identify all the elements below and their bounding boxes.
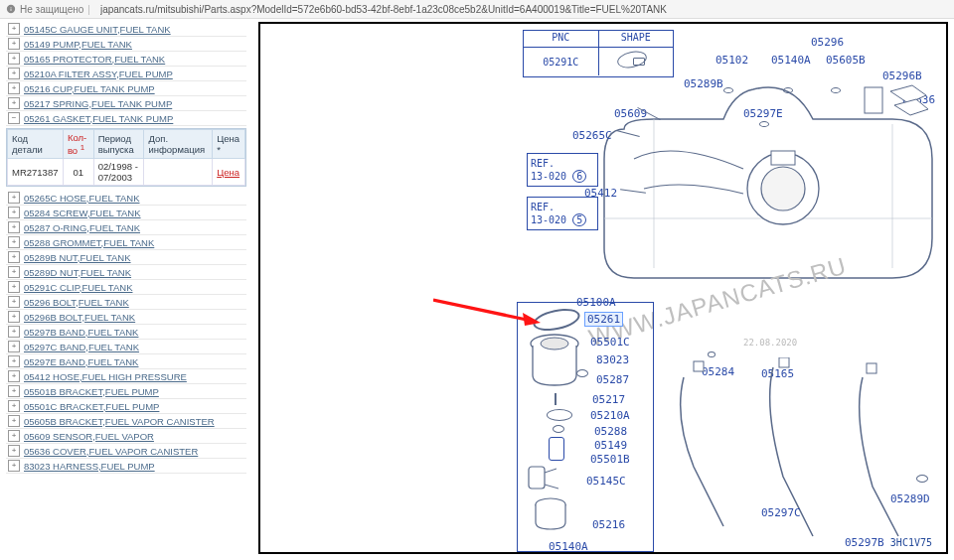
- part-link[interactable]: 05297E BAND,FUEL TANK: [24, 356, 138, 367]
- part-link[interactable]: 83023 HARNESS,FUEL PUMP: [24, 461, 155, 472]
- plus-icon[interactable]: +: [8, 385, 20, 397]
- plus-icon[interactable]: +: [8, 97, 20, 109]
- part-link[interactable]: 05296 BOLT,FUEL TANK: [24, 297, 129, 308]
- part-row[interactable]: +05501B BRACKET,FUEL PUMP: [6, 384, 246, 399]
- part-row[interactable]: +05149 PUMP,FUEL TANK: [6, 37, 246, 52]
- part-link[interactable]: 05210A FILTER ASSY,FUEL PUMP: [24, 69, 173, 79]
- part-link[interactable]: 05412 HOSE,FUEL HIGH PRESSURE: [24, 371, 187, 382]
- plus-icon[interactable]: +: [8, 311, 20, 323]
- part-row[interactable]: +05265C HOSE,FUEL TANK: [6, 191, 246, 206]
- plus-icon[interactable]: +: [8, 23, 20, 35]
- part-link[interactable]: 05149 PUMP,FUEL TANK: [24, 39, 132, 50]
- browser-url-bar: Не защищено | japancats.ru/mitsubishi/Pa…: [0, 0, 954, 19]
- plus-icon[interactable]: +: [8, 326, 20, 338]
- lbl-83023: 83023: [596, 353, 629, 366]
- plus-icon[interactable]: +: [8, 266, 20, 278]
- part-link[interactable]: 05165 PROTECTOR,FUEL TANK: [24, 54, 165, 65]
- cell-qty: 01: [63, 159, 93, 186]
- plus-icon[interactable]: +: [8, 370, 20, 382]
- part-row[interactable]: +05145C GAUGE UNIT,FUEL TANK: [6, 22, 246, 37]
- plus-icon[interactable]: +: [8, 341, 20, 352]
- plus-icon[interactable]: +: [8, 400, 20, 412]
- lbl-05289D: 05289D: [890, 492, 930, 505]
- plus-icon[interactable]: +: [8, 236, 20, 248]
- part-link[interactable]: 05288 GROMMET,FUEL TANK: [24, 237, 154, 248]
- col-part[interactable]: Код детали: [8, 130, 64, 159]
- part-row[interactable]: +05297E BAND,FUEL TANK: [6, 354, 246, 369]
- plus-icon[interactable]: +: [8, 68, 20, 79]
- minus-icon[interactable]: −: [8, 112, 20, 124]
- part-row[interactable]: +05412 HOSE,FUEL HIGH PRESSURE: [6, 369, 246, 384]
- part-link[interactable]: 05297B BAND,FUEL TANK: [24, 327, 138, 338]
- part-row[interactable]: +05288 GROMMET,FUEL TANK: [6, 235, 246, 250]
- col-info[interactable]: Доп. информация: [144, 130, 213, 159]
- part-row[interactable]: +05217 SPRING,FUEL TANK PUMP: [6, 96, 246, 111]
- plus-icon[interactable]: +: [8, 251, 20, 263]
- plus-icon[interactable]: +: [8, 355, 20, 367]
- col-qty[interactable]: Кол-во 1: [63, 130, 93, 159]
- part-link[interactable]: 05605B BRACKET,FUEL VAPOR CANISTER: [24, 416, 215, 427]
- part-row[interactable]: +05609 SENSOR,FUEL VAPOR: [6, 429, 246, 444]
- plus-icon[interactable]: +: [8, 415, 20, 427]
- plus-icon[interactable]: +: [8, 38, 20, 50]
- plus-icon[interactable]: +: [8, 445, 20, 457]
- part-link[interactable]: 05265C HOSE,FUEL TANK: [24, 193, 140, 204]
- part-row[interactable]: +05296 BOLT,FUEL TANK: [6, 295, 246, 310]
- plus-icon[interactable]: +: [8, 53, 20, 65]
- part-row[interactable]: −05261 GASKET,FUEL TANK PUMP: [6, 111, 246, 126]
- plus-icon[interactable]: +: [8, 192, 20, 204]
- plus-icon[interactable]: +: [8, 82, 20, 94]
- part-row[interactable]: +05216 CUP,FUEL TANK PUMP: [6, 81, 246, 96]
- part-link[interactable]: 05501B BRACKET,FUEL PUMP: [24, 386, 159, 397]
- lbl-05289B: 05289B: [684, 77, 723, 90]
- part-link[interactable]: 05145C GAUGE UNIT,FUEL TANK: [24, 24, 171, 35]
- part-row[interactable]: +05291C CLIP,FUEL TANK: [6, 280, 246, 295]
- plus-icon[interactable]: +: [8, 460, 20, 472]
- plus-icon[interactable]: +: [8, 281, 20, 293]
- part-row[interactable]: +05210A FILTER ASSY,FUEL PUMP: [6, 67, 246, 81]
- part-row[interactable]: +05636 COVER,FUEL VAPOR CANISTER: [6, 444, 246, 459]
- plus-icon[interactable]: +: [8, 207, 20, 218]
- lbl-05261[interactable]: 05261: [584, 312, 623, 327]
- part-row[interactable]: +05501C BRACKET,FUEL PUMP: [6, 399, 246, 414]
- diagram-panel: PNC SHAPE 05291C REF. 13-020 6 REF. 13-0…: [258, 22, 948, 554]
- plus-icon[interactable]: +: [8, 221, 20, 233]
- part-row[interactable]: +05165 PROTECTOR,FUEL TANK: [6, 52, 246, 67]
- part-row[interactable]: +83023 HARNESS,FUEL PUMP: [6, 459, 246, 474]
- part-row[interactable]: +05297B BAND,FUEL TANK: [6, 325, 246, 340]
- col-price[interactable]: Цена *: [213, 130, 245, 159]
- part-link[interactable]: 05296B BOLT,FUEL TANK: [24, 312, 135, 323]
- part-row[interactable]: +05289B NUT,FUEL TANK: [6, 250, 246, 265]
- part-link[interactable]: 05289D NUT,FUEL TANK: [24, 267, 131, 278]
- plus-icon[interactable]: +: [8, 296, 20, 308]
- part-row[interactable]: +05287 O-RING,FUEL TANK: [6, 220, 246, 235]
- part-link[interactable]: 05217 SPRING,FUEL TANK PUMP: [24, 98, 172, 109]
- part-row[interactable]: +05289D NUT,FUEL TANK: [6, 265, 246, 280]
- part-link[interactable]: 05289B NUT,FUEL TANK: [24, 252, 131, 263]
- info-icon: [6, 4, 16, 14]
- part-link[interactable]: 05291C CLIP,FUEL TANK: [24, 282, 132, 293]
- part-link[interactable]: 05287 O-RING,FUEL TANK: [24, 222, 140, 233]
- lbl-05287: 05287: [596, 373, 629, 386]
- part-row[interactable]: +05284 SCREW,FUEL TANK: [6, 206, 246, 220]
- lbl-05102: 05102: [716, 54, 748, 67]
- part-link[interactable]: 05609 SENSOR,FUEL VAPOR: [24, 431, 154, 442]
- part-link[interactable]: 05284 SCREW,FUEL TANK: [24, 208, 141, 218]
- part-link[interactable]: 05216 CUP,FUEL TANK PUMP: [24, 83, 155, 94]
- lbl-05149: 05149: [594, 439, 627, 452]
- part-link[interactable]: 05501C BRACKET,FUEL PUMP: [24, 401, 159, 412]
- col-period[interactable]: Период выпуска: [93, 130, 144, 159]
- parts-sidebar: +05145C GAUGE UNIT,FUEL TANK+05149 PUMP,…: [6, 22, 246, 474]
- band-shapes: [664, 357, 942, 546]
- part-row[interactable]: +05605B BRACKET,FUEL VAPOR CANISTER: [6, 414, 246, 429]
- part-link[interactable]: 05297C BAND,FUEL TANK: [24, 342, 139, 352]
- cell-price[interactable]: Цена: [213, 159, 245, 186]
- pump-assembly-icon: [525, 332, 584, 391]
- part-row[interactable]: +05296B BOLT,FUEL TANK: [6, 310, 246, 325]
- part-link[interactable]: 05636 COVER,FUEL VAPOR CANISTER: [24, 446, 198, 457]
- part-row[interactable]: +05297C BAND,FUEL TANK: [6, 340, 246, 354]
- lbl-05210A: 05210A: [590, 409, 630, 422]
- page-url[interactable]: japancats.ru/mitsubishi/Parts.aspx?Model…: [100, 4, 667, 15]
- part-link[interactable]: 05261 GASKET,FUEL TANK PUMP: [24, 113, 173, 124]
- plus-icon[interactable]: +: [8, 430, 20, 442]
